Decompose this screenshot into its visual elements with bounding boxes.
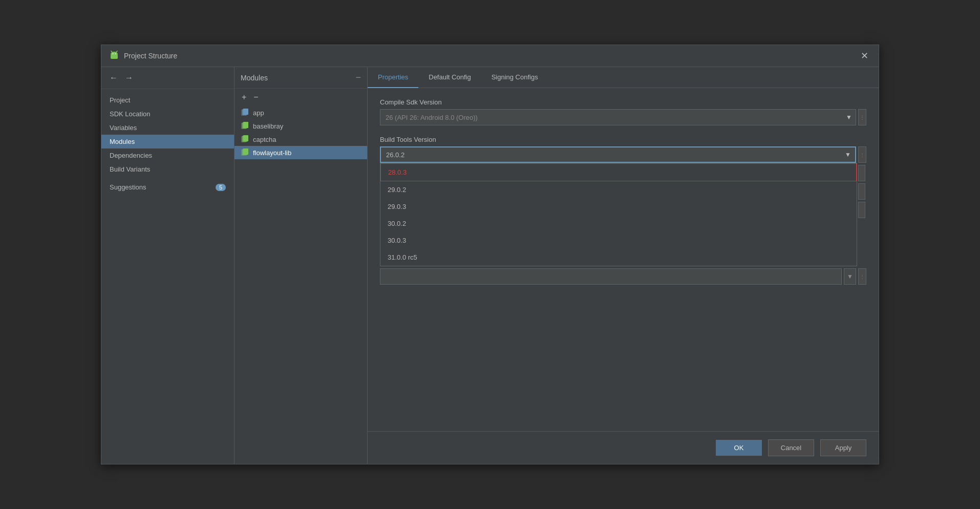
dropdown-item-30.0.3-label: 30.0.3	[388, 237, 406, 244]
tab-signing-configs-label: Signing Configs	[492, 73, 538, 81]
build-tools-dropdown: 28.0.3 29.0.2 29.0.3 30.0.2	[380, 163, 857, 266]
sidebar-item-build-variants-label: Build Variants	[110, 165, 150, 173]
modules-minimize-icon[interactable]: −	[355, 72, 361, 83]
compile-sdk-scroll[interactable]: ⋮	[858, 109, 866, 125]
modules-toolbar: + −	[235, 89, 367, 106]
dropdown-scroll-1[interactable]	[858, 165, 865, 181]
dropdown-scroll-2[interactable]	[858, 183, 865, 200]
tab-properties[interactable]: Properties	[368, 67, 418, 88]
build-tools-label: Build Tools Version	[380, 136, 866, 143]
module-icon-flowlayout-lib	[241, 149, 249, 157]
sidebar-item-build-variants[interactable]: Build Variants	[101, 162, 234, 176]
nav-arrows: ← →	[101, 67, 234, 89]
tab-default-config-label: Default Config	[429, 73, 471, 81]
additional-select-field[interactable]	[380, 268, 842, 285]
title-bar: Project Structure ✕	[101, 45, 879, 67]
svg-line-4	[111, 51, 112, 53]
sidebar-nav: Project SDK Location Variables Modules D…	[101, 89, 234, 180]
add-module-button[interactable]: +	[240, 92, 248, 103]
title-bar-left: Project Structure	[109, 50, 177, 61]
project-structure-dialog: Project Structure ✕ ← → Project SDK Loca…	[101, 45, 879, 464]
ok-button[interactable]: OK	[716, 440, 762, 456]
module-item-captcha[interactable]: captcha	[235, 133, 367, 146]
dropdown-item-29.0.2-label: 29.0.2	[388, 186, 406, 194]
additional-scroll-icon: ⋮	[860, 274, 865, 280]
sidebar-item-dependencies-label: Dependencies	[110, 152, 152, 159]
tab-signing-configs[interactable]: Signing Configs	[481, 67, 548, 88]
suggestions-badge: 5	[216, 184, 226, 191]
content-area: Properties Default Config Signing Config…	[368, 67, 879, 464]
sidebar: ← → Project SDK Location Variables Modul…	[101, 67, 235, 464]
sidebar-item-suggestions[interactable]: Suggestions 5	[101, 180, 234, 194]
build-tools-dropdown-container: 28.0.3 29.0.2 29.0.3 30.0.2	[380, 163, 866, 266]
close-button[interactable]: ✕	[858, 50, 871, 61]
back-button[interactable]: ←	[108, 72, 120, 83]
bottom-bar: OK Cancel Apply	[368, 431, 879, 464]
module-label-flowlayout-lib: flowlayout-lib	[253, 149, 291, 157]
compile-sdk-container: 26 (API 26: Android 8.0 (Oreo)) ▼ ⋮	[380, 109, 866, 125]
modules-title: Modules	[241, 74, 268, 82]
svg-rect-17	[243, 149, 248, 155]
tab-default-config[interactable]: Default Config	[418, 67, 481, 88]
module-item-app[interactable]: app	[235, 106, 367, 119]
tabs-bar: Properties Default Config Signing Config…	[368, 67, 879, 88]
svg-point-2	[113, 53, 114, 54]
build-tools-scroll[interactable]: ⋮	[858, 146, 866, 163]
svg-point-3	[115, 53, 116, 54]
module-list: app baselibray	[235, 106, 367, 464]
compile-sdk-scroll-icon: ⋮	[860, 115, 865, 120]
sidebar-item-project[interactable]: Project	[101, 93, 234, 107]
compile-sdk-value-text: 26 (API 26: Android 8.0 (Oreo))	[386, 114, 478, 121]
dropdown-item-30.0.2[interactable]: 30.0.2	[380, 215, 857, 232]
forward-button[interactable]: →	[123, 72, 135, 83]
dropdown-item-29.0.2[interactable]: 29.0.2	[380, 181, 857, 198]
build-tools-selected-text: 26.0.2	[386, 151, 404, 159]
module-item-baselibray[interactable]: baselibray	[235, 119, 367, 133]
sidebar-item-variables[interactable]: Variables	[101, 121, 234, 135]
module-item-flowlayout-lib[interactable]: flowlayout-lib	[235, 146, 367, 159]
dropdown-scroll-3[interactable]	[858, 202, 865, 218]
build-tools-arrow-icon: ▼	[845, 151, 851, 158]
svg-rect-1	[111, 55, 118, 59]
module-label-app: app	[253, 109, 264, 117]
sidebar-item-dependencies[interactable]: Dependencies	[101, 149, 234, 162]
remove-module-button[interactable]: −	[251, 92, 260, 103]
build-tools-selected[interactable]: 26.0.2 ▼	[380, 146, 856, 163]
compile-sdk-value: 26 (API 26: Android 8.0 (Oreo))	[380, 109, 856, 125]
sidebar-item-modules[interactable]: Modules	[101, 135, 234, 149]
cancel-button[interactable]: Cancel	[768, 439, 814, 456]
suggestions-label: Suggestions	[110, 183, 146, 191]
build-tools-scroll-icon: ⋮	[860, 152, 865, 158]
android-icon	[109, 50, 120, 61]
compile-sdk-label: Compile Sdk Version	[380, 98, 866, 106]
svg-rect-14	[243, 135, 248, 141]
sidebar-item-sdk-label: SDK Location	[110, 110, 151, 118]
module-label-captcha: captcha	[253, 136, 276, 143]
dialog-title: Project Structure	[124, 52, 177, 60]
dropdown-item-30.0.3[interactable]: 30.0.3	[380, 232, 857, 249]
dropdown-item-30.0.2-label: 30.0.2	[388, 220, 406, 227]
build-tools-version-group: Build Tools Version 26.0.2 ▼ ⋮	[380, 136, 866, 285]
build-tools-container: 26.0.2 ▼ ⋮ 28.0.	[380, 146, 866, 285]
compile-sdk-select-wrapper: 26 (API 26: Android 8.0 (Oreo)) ▼	[380, 109, 856, 125]
sidebar-item-variables-label: Variables	[110, 124, 137, 132]
module-icon-app	[241, 109, 249, 117]
module-icon-captcha	[241, 135, 249, 143]
svg-line-5	[116, 51, 117, 53]
dialog-body: ← → Project SDK Location Variables Modul…	[101, 67, 879, 464]
additional-select-arrow[interactable]: ▼	[844, 268, 856, 285]
dropdown-item-31.0.0-rc5-label: 31.0.0 rc5	[388, 253, 417, 261]
sidebar-item-sdk-location[interactable]: SDK Location	[101, 107, 234, 121]
sidebar-item-project-label: Project	[110, 96, 130, 104]
dropdown-item-29.0.3[interactable]: 29.0.3	[380, 198, 857, 215]
dropdown-item-28.0.3[interactable]: 28.0.3	[380, 163, 857, 181]
module-icon-baselibray	[241, 122, 249, 130]
dropdown-item-31.0.0-rc5[interactable]: 31.0.0 rc5	[380, 249, 857, 266]
module-label-baselibray: baselibray	[253, 122, 283, 130]
additional-scroll[interactable]: ⋮	[858, 268, 866, 285]
sidebar-item-modules-label: Modules	[110, 138, 135, 145]
dropdown-scrollbars	[857, 163, 866, 266]
apply-button[interactable]: Apply	[820, 439, 866, 456]
dropdown-item-29.0.3-label: 29.0.3	[388, 203, 406, 210]
tab-properties-label: Properties	[378, 73, 408, 81]
